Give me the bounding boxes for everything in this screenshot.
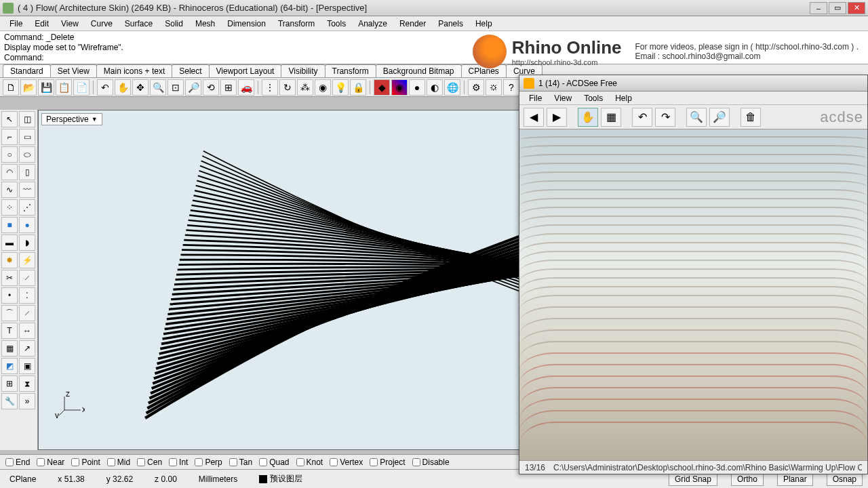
wrench-icon[interactable]: 🔧 <box>1 393 18 409</box>
properties-icon[interactable]: ◉ <box>391 79 408 96</box>
block-icon[interactable]: ◩ <box>1 358 18 374</box>
lasso-icon[interactable]: ◫ <box>19 111 35 127</box>
tab-background-bitmap[interactable]: Background Bitmap <box>376 64 462 77</box>
pan-icon[interactable]: ✋ <box>115 79 131 96</box>
select-region-icon[interactable]: ▦ <box>601 108 621 127</box>
rect-icon[interactable]: ▯ <box>19 164 35 180</box>
next-image-icon[interactable]: ▶ <box>547 108 567 127</box>
osnap-end[interactable]: End <box>5 458 30 467</box>
status-cplane[interactable]: CPlane <box>5 473 40 485</box>
menu-analyze[interactable]: Analyze <box>353 18 393 30</box>
status-units[interactable]: Millimeters <box>195 473 241 485</box>
grid-icon[interactable]: ⊞ <box>220 79 237 96</box>
tab-set-view[interactable]: Set View <box>50 64 97 77</box>
box-icon[interactable]: ▭ <box>19 129 35 145</box>
osnap-int[interactable]: Int <box>169 458 188 467</box>
menu-surface[interactable]: Surface <box>119 18 158 30</box>
options-icon[interactable]: ⛭ <box>486 79 502 96</box>
lock-icon[interactable]: 🔒 <box>350 79 366 96</box>
array2-icon[interactable]: ⊞ <box>1 375 18 392</box>
circle-icon[interactable]: ○ <box>1 146 18 163</box>
explode-icon[interactable]: ✸ <box>1 252 18 268</box>
leader-icon[interactable]: ↗ <box>19 340 35 357</box>
tab-standard[interactable]: Standard <box>3 64 51 77</box>
osnap-near[interactable]: Near <box>37 458 64 467</box>
menu-edit[interactable]: Edit <box>29 18 54 30</box>
open-icon[interactable]: 📂 <box>20 79 37 96</box>
trim-icon[interactable]: ✂ <box>1 270 18 286</box>
pipe-icon[interactable]: ◗ <box>19 235 35 251</box>
solid-box-icon[interactable]: ■ <box>1 217 18 233</box>
gear-icon[interactable]: ⚙ <box>468 79 484 96</box>
spiral-icon[interactable]: ◉ <box>315 79 331 96</box>
osnap-point[interactable]: Point <box>71 458 100 467</box>
menu-dimension[interactable]: Dimension <box>222 18 271 30</box>
tab-visibility[interactable]: Visibility <box>281 64 325 77</box>
undo-icon[interactable]: ↶ <box>97 79 113 96</box>
move-icon[interactable]: ✥ <box>132 79 149 96</box>
osnap-project[interactable]: Project <box>370 458 405 467</box>
hatch-icon[interactable]: ▦ <box>1 340 18 357</box>
dim-icon[interactable]: ↔ <box>19 323 35 339</box>
fillet-icon[interactable]: ⌒ <box>1 305 18 321</box>
osnap-disable[interactable]: Disable <box>412 458 450 467</box>
arc-icon[interactable]: ◠ <box>1 164 18 180</box>
pointer-icon[interactable]: ↖ <box>1 111 18 127</box>
menu-curve[interactable]: Curve <box>85 18 118 30</box>
zoom-extents-icon[interactable]: ⊡ <box>167 79 184 96</box>
new-icon[interactable]: 🗋 <box>3 79 19 96</box>
osnap-cen[interactable]: Cen <box>137 458 162 467</box>
maximize-button[interactable]: ▭ <box>829 2 846 14</box>
curve-icon[interactable]: ∿ <box>1 182 18 198</box>
menu-help[interactable]: Help <box>470 18 498 30</box>
dots-icon[interactable]: ⁚ <box>19 287 35 304</box>
acdsee-image-view[interactable] <box>519 129 867 460</box>
menu-mesh[interactable]: Mesh <box>190 18 220 30</box>
osnap-knot[interactable]: Knot <box>296 458 323 467</box>
more-icon[interactable]: » <box>19 393 35 409</box>
freeform-icon[interactable]: 〰 <box>19 182 35 198</box>
prev-image-icon[interactable]: ◀ <box>524 108 544 127</box>
help-icon[interactable]: ? <box>503 79 519 96</box>
globe-icon[interactable]: 🌐 <box>444 79 460 96</box>
menu-transform[interactable]: Transform <box>273 18 320 30</box>
split-icon[interactable]: ⟋ <box>19 270 35 286</box>
ellipse-icon[interactable]: ⬭ <box>19 146 35 163</box>
polyline-icon[interactable]: ⌐ <box>1 129 18 145</box>
acdsee-menu-view[interactable]: View <box>549 93 577 104</box>
osnap-tan[interactable]: Tan <box>229 458 252 467</box>
tab-transform[interactable]: Transform <box>325 64 376 77</box>
acdsee-menu-help[interactable]: Help <box>610 93 637 104</box>
shade-icon[interactable]: ● <box>409 79 425 96</box>
array-icon[interactable]: ⁂ <box>297 79 313 96</box>
menu-tools[interactable]: Tools <box>321 18 351 30</box>
copy-icon[interactable]: 📋 <box>56 79 72 96</box>
join-icon[interactable]: ⚡ <box>19 252 35 268</box>
render-icon[interactable]: ◐ <box>427 79 443 96</box>
zoom-window-icon[interactable]: 🔍 <box>150 79 166 96</box>
tab-select[interactable]: Select <box>172 64 209 77</box>
control-pts-icon[interactable]: ⋰ <box>19 199 35 216</box>
delete-image-icon[interactable]: 🗑 <box>741 108 761 127</box>
chamfer-icon[interactable]: ⟋ <box>19 305 35 321</box>
insert-icon[interactable]: ▣ <box>19 358 35 374</box>
dot-icon[interactable]: • <box>1 287 18 304</box>
rotate-icon[interactable]: ↻ <box>279 79 296 96</box>
hand-pan-icon[interactable]: ✋ <box>578 108 598 127</box>
rotate-right-icon[interactable]: ↷ <box>655 108 675 127</box>
acdsee-menu-file[interactable]: File <box>524 93 547 104</box>
osnap-vertex[interactable]: Vertex <box>330 458 363 467</box>
osnap-quad[interactable]: Quad <box>259 458 289 467</box>
car-icon[interactable]: 🚗 <box>238 79 254 96</box>
menu-panels[interactable]: Panels <box>433 18 469 30</box>
layer-icon[interactable]: ◆ <box>374 79 390 96</box>
zoom-in-icon[interactable]: 🔍 <box>686 108 707 127</box>
zoom-selected-icon[interactable]: 🔎 <box>185 79 201 96</box>
rotate-left-icon[interactable]: ↶ <box>632 108 652 127</box>
mirror-icon[interactable]: ⧗ <box>19 375 35 392</box>
osnap-mid[interactable]: Mid <box>107 458 130 467</box>
minimize-button[interactable]: – <box>810 2 827 14</box>
save-icon[interactable]: 💾 <box>38 79 54 96</box>
tab-main-icons[interactable]: Main icons + text <box>96 64 172 77</box>
status-layer[interactable]: 预设图层 <box>255 472 307 486</box>
